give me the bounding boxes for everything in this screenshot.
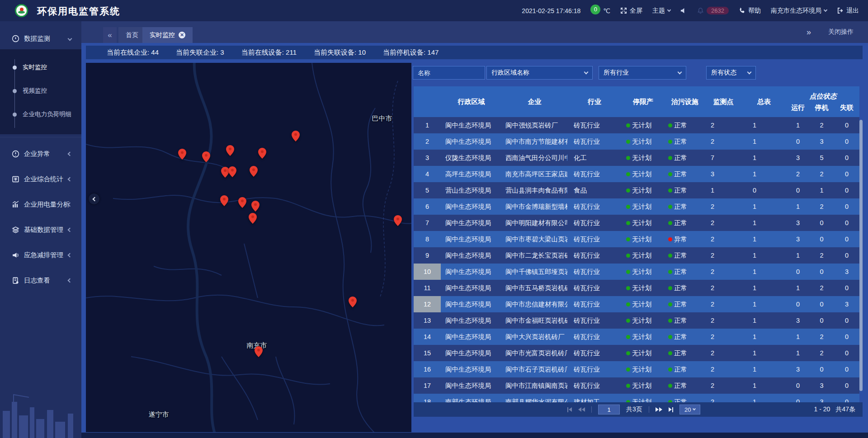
first-page-button[interactable] (567, 407, 572, 412)
panel-collapse-button[interactable] (89, 193, 99, 204)
prev-page-button[interactable] (578, 407, 585, 412)
help-button[interactable]: 帮助 (739, 7, 761, 15)
map-pin[interactable] (258, 148, 266, 159)
map-pin[interactable] (255, 346, 263, 357)
notifications[interactable]: 2632 (697, 7, 729, 14)
name-search-field[interactable] (418, 69, 480, 76)
map-pin[interactable] (226, 145, 234, 156)
row-treatment: 正常 (665, 377, 705, 394)
table-row[interactable]: 2阆中生态环境局阆中市南方节能建材有砖瓦行业无计划正常21030 (414, 133, 859, 150)
map-pin[interactable] (251, 201, 259, 212)
row-offline: 0 (834, 312, 859, 329)
page-number-input[interactable]: 1 (598, 405, 620, 414)
table-row[interactable]: 11阆中生态环境局阆中市五马桥页岩机砖砖瓦行业无计划正常21120 (414, 280, 859, 296)
sidebar-item-基础数据管理[interactable]: 基础数据管理 (0, 217, 81, 242)
sidebar-item-日志查看[interactable]: 日志查看 (0, 268, 81, 293)
table-row[interactable]: 16阆中生态环境局阆中市石子页岩机砖厂砖瓦行业无计划正常21300 (414, 361, 859, 377)
row-company: 阆中市金博瑞新型墙材 (502, 198, 567, 215)
stat-item: 当前失联企业: 3 (176, 48, 224, 57)
table-scrollbar[interactable] (859, 120, 863, 391)
table-row[interactable]: 12阆中生态环境局阆中市忠信建材有限公砖瓦行业无计划正常21003 (414, 296, 859, 312)
org-user-dropdown[interactable]: 南充市生态环境局 (771, 7, 827, 15)
gauge-icon (12, 35, 19, 42)
table-row[interactable]: 17阆中生态环境局阆中市江南镇阆南页岩砖瓦行业无计划正常21030 (414, 377, 859, 394)
sidebar-item-企业异常[interactable]: 企业异常 (0, 141, 81, 166)
table-row[interactable]: 15阆中生态环境局阆中市光富页岩机砖厂砖瓦行业无计划正常21120 (414, 345, 859, 361)
table-row[interactable]: 7阆中生态环境局阆中明阳建材有限公司砖瓦行业无计划正常21300 (414, 215, 859, 231)
sidebar-subitem-视频监控[interactable]: 视频监控 (0, 79, 81, 103)
row-total-meter: 1 (741, 377, 787, 394)
page-size-select[interactable]: 20 (679, 405, 700, 414)
status-dot (668, 140, 672, 144)
row-offline: 0 (834, 182, 859, 198)
status-dot (668, 123, 672, 127)
map-pin[interactable] (394, 215, 402, 226)
last-page-button[interactable] (669, 407, 673, 412)
logout-button[interactable]: 退出 (837, 7, 859, 15)
map-pin[interactable] (250, 166, 258, 177)
table-row[interactable]: 4高坪生态环境局南充市高坪区王家店建砖瓦行业无计划正常31220 (414, 166, 859, 182)
theme-dropdown[interactable]: 主题 (652, 7, 670, 15)
status-select[interactable]: 所有状态 (706, 66, 756, 80)
row-stop-limit: 无计划 (622, 312, 665, 329)
row-industry: 砖瓦行业 (567, 231, 622, 247)
table-row[interactable]: 10阆中生态环境局阆中千佛镇五郎垭页岩砖瓦行业无计划正常21003 (414, 264, 859, 280)
row-running: 0 (787, 182, 809, 198)
sidebar-item-企业用电量分析[interactable]: 企业用电量分析 (0, 192, 81, 217)
map-pin[interactable] (249, 213, 257, 224)
map-pin[interactable] (178, 149, 186, 160)
row-index: 3 (414, 150, 441, 166)
table-row[interactable]: 6阆中生态环境局阆中市金博瑞新型墙材砖瓦行业无计划正常21120 (414, 198, 859, 215)
row-treatment-label: 正常 (674, 251, 687, 260)
row-stopped: 5 (809, 150, 834, 166)
map-pin[interactable] (220, 195, 228, 206)
sidebar-subitem-企业电力负荷明细[interactable]: 企业电力负荷明细 (0, 103, 81, 126)
map-pin[interactable] (292, 131, 300, 141)
table-row[interactable]: 14阆中生态环境局阆中大兴页岩机砖厂砖瓦行业无计划正常21120 (414, 329, 859, 345)
row-running: 0 (787, 264, 809, 280)
table-row[interactable]: 3仪陇生态环境局西南油气田分公司川中化工无计划正常71350 (414, 150, 859, 166)
table-row[interactable]: 13阆中生态环境局阆中市金福旺页岩机砖砖瓦行业无计划正常21300 (414, 312, 859, 329)
chevron-down-icon (584, 70, 589, 75)
close-operations-button[interactable]: 关闭操作 (828, 28, 854, 36)
name-search-input[interactable] (413, 66, 485, 80)
map-pin[interactable] (228, 166, 236, 177)
map-panel[interactable]: 巴中市南充市遂宁市 (86, 63, 411, 432)
sidebar-item-应急减排管理[interactable]: 应急减排管理 (0, 242, 81, 268)
table-row[interactable]: 9阆中生态环境局阆中市二龙长宝页岩砖砖瓦行业无计划正常21120 (414, 247, 859, 264)
industry-select[interactable]: 所有行业 (599, 66, 686, 80)
table-row[interactable]: 5营山生态环境局营山县润丰肉食品有限食品无计划正常10010 (414, 182, 859, 198)
stat-item: 当前停机设备: 147 (383, 48, 439, 57)
sidebar-item-数据监测[interactable]: 数据监测 (0, 28, 81, 49)
announcement-button[interactable] (680, 7, 687, 14)
chevron-down-icon (678, 70, 682, 75)
row-total-meter: 1 (741, 361, 787, 377)
table-row[interactable]: 1阆中生态环境局阆中强锐页岩砖厂砖瓦行业无计划正常21120 (414, 117, 859, 133)
region-select[interactable]: 行政区域名称 (486, 66, 593, 80)
row-industry: 砖瓦行业 (567, 329, 622, 345)
map-pin[interactable] (238, 197, 246, 208)
row-industry: 砖瓦行业 (567, 117, 622, 133)
close-icon[interactable]: ✕ (179, 32, 185, 38)
sidebar-item-企业综合统计[interactable]: 企业综合统计 (0, 166, 81, 192)
tab-实时监控[interactable]: 实时监控✕ (142, 27, 193, 43)
tabs-scroll-right-button[interactable]: » (807, 28, 810, 37)
tab-首页[interactable]: 首页 (118, 27, 146, 43)
table-row[interactable]: 18南部生态环境局南部县耀华水泥有限公建材加工无计划正常21030 (414, 394, 859, 402)
status-dot (626, 335, 630, 339)
sidebar-subitem-实时监控[interactable]: 实时监控 (0, 56, 81, 79)
row-treatment: 异常 (665, 231, 705, 247)
fullscreen-button[interactable]: 全屏 (620, 7, 642, 15)
row-total-meter: 1 (741, 312, 787, 329)
map-pin[interactable] (349, 297, 357, 307)
map-pin[interactable] (202, 151, 210, 162)
row-total-meter: 1 (741, 150, 787, 166)
next-page-button[interactable] (656, 407, 662, 412)
table-row[interactable]: 8阆中生态环境局阆中市枣碧大梁山页岩砖瓦行业无计划异常21300 (414, 231, 859, 247)
row-treatment-label: 正常 (674, 121, 687, 130)
row-company: 阆中市金福旺页岩机砖 (502, 312, 567, 329)
stats-icon (12, 175, 19, 183)
tab-bar: « 首页实时监控✕ » 关闭操作 (81, 21, 868, 43)
row-stopped: 2 (809, 345, 834, 361)
tabs-scroll-left-button[interactable]: « (103, 27, 117, 43)
